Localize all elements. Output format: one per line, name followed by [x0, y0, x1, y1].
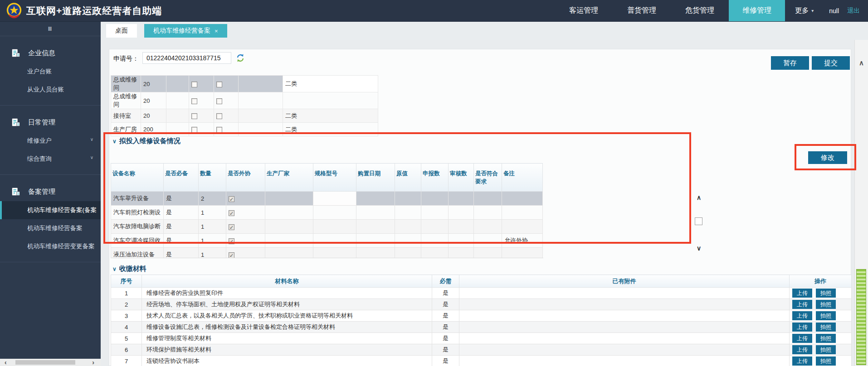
checkbox[interactable]: [216, 98, 222, 104]
premises-table: 总成维修间 20 二类 总成维修间 20 接待室 20 二类 生产厂房 200 …: [111, 75, 378, 136]
refresh-icon[interactable]: [236, 53, 245, 63]
application-number-label: 申请号：: [113, 55, 139, 63]
photo-button[interactable]: 拍照: [816, 300, 836, 309]
tab-vehicle-repair-filing[interactable]: 机动车维修经营备案 ×: [144, 24, 227, 38]
table-row[interactable]: 2 经营场地、停车场面积、土地使用权及产权证明等相关材料 是 上传拍照: [111, 299, 852, 310]
table-row[interactable]: 7 连锁经营协议书副本 是 上传拍照: [111, 356, 852, 366]
nav-general-cargo[interactable]: 普货管理: [613, 0, 671, 21]
chevron-down-icon: ▾: [811, 8, 814, 13]
upload-button[interactable]: 上传: [792, 300, 812, 309]
table-row[interactable]: 汽车空调冷媒回收 是 1 ✓ 允许外协: [111, 234, 543, 248]
checkbox[interactable]: [191, 113, 197, 119]
scroll-right-arrow-icon[interactable]: ›: [92, 359, 94, 366]
nav-maintenance[interactable]: 维修管理: [729, 0, 785, 21]
checkbox-checked[interactable]: ✓: [229, 224, 234, 230]
scroll-up-arrow-icon[interactable]: ∧: [693, 194, 705, 201]
sidebar-item-filing-management[interactable]: 备案管理: [0, 182, 101, 201]
scroll-down-arrow-icon[interactable]: ∨: [693, 245, 705, 252]
upload-button[interactable]: 上传: [792, 334, 812, 343]
checkbox-checked[interactable]: ✓: [229, 252, 234, 258]
attachments-cell: [459, 299, 790, 310]
scroll-left-arrow-icon[interactable]: ‹: [5, 359, 7, 366]
photo-button[interactable]: 拍照: [816, 323, 836, 332]
page-vertical-scrollbar[interactable]: ∧: [854, 40, 868, 366]
table-row[interactable]: 6 环境保护措施等相关材料 是 上传拍照: [111, 344, 852, 356]
photo-button[interactable]: 拍照: [816, 345, 836, 354]
photo-button[interactable]: 拍照: [816, 311, 836, 320]
app-logo-icon: [6, 2, 22, 19]
logout-link[interactable]: 退出: [844, 7, 868, 15]
close-icon[interactable]: ×: [215, 28, 218, 34]
attachments-cell: [459, 288, 790, 299]
table-row[interactable]: 汽车故障电脑诊断 是 1 ✓: [111, 220, 543, 234]
scroll-thumb[interactable]: [695, 217, 702, 225]
table-row[interactable]: 5 维修管理制度等相关材料 是 上传拍照: [111, 333, 852, 344]
table-row[interactable]: 生产厂房 200 二类: [111, 123, 378, 136]
submit-button[interactable]: 提交: [812, 56, 850, 70]
attachments-cell: [459, 344, 790, 356]
table-row[interactable]: 3 技术人员汇总表，以及各相关人员的学历、技术职称或职业资格证明等相关材料 是 …: [111, 310, 852, 322]
sidebar-item-vehicle-repair-change-filing[interactable]: 机动车维修经营变更备案: [0, 237, 101, 255]
upload-button[interactable]: 上传: [792, 323, 812, 332]
sidebar-item-enterprise-info[interactable]: 企业信息: [0, 43, 101, 63]
sidebar-group-label: 企业信息: [28, 49, 55, 58]
upload-button[interactable]: 上传: [792, 356, 812, 366]
modify-button[interactable]: 修改: [808, 151, 847, 164]
nav-dangerous-cargo[interactable]: 危货管理: [671, 0, 729, 21]
sidebar-item-staff-ledger[interactable]: 从业人员台账: [0, 81, 101, 99]
equipment-section-title: ∨拟投入维修设备情况: [112, 137, 180, 145]
attachments-cell: [459, 322, 790, 333]
sidebar-horizontal-scrollbar[interactable]: ‹ ›: [0, 359, 101, 366]
username-text: null: [824, 7, 844, 14]
save-draft-button[interactable]: 暂存: [771, 56, 809, 70]
photo-button[interactable]: 拍照: [816, 356, 836, 366]
checkbox-checked[interactable]: ✓: [229, 196, 234, 202]
photo-button[interactable]: 拍照: [816, 289, 836, 298]
application-number-input[interactable]: [142, 52, 231, 64]
horizontal-scroll-thumb[interactable]: [15, 360, 75, 365]
table-row[interactable]: 1 维修经营者的营业执照复印件 是 上传拍照: [111, 288, 852, 299]
sidebar: Ⅲ 企业信息 业户台账 从业人员台账: [0, 22, 101, 359]
table-row[interactable]: 接待室 20 二类: [111, 109, 378, 123]
table-row[interactable]: 汽车举升设备 是 2 ✓: [111, 192, 543, 206]
sidebar-item-repair-operators[interactable]: 维修业户 ∨: [0, 132, 101, 150]
sidebar-group-label: 日常管理: [28, 118, 55, 127]
checkbox-checked[interactable]: ✓: [229, 238, 234, 244]
upload-button[interactable]: 上传: [792, 289, 812, 298]
checkbox-checked[interactable]: ✓: [229, 210, 234, 216]
checkbox[interactable]: [191, 98, 197, 104]
scroll-up-arrow-icon[interactable]: ∧: [855, 59, 868, 67]
sidebar-group-filing: 备案管理 机动车维修经营备案(备案 机动车维修经营备案 机动车维修经营变更备案: [0, 175, 101, 262]
checkbox[interactable]: [216, 82, 222, 87]
table-row[interactable]: 汽车前照灯检测设 是 1 ✓: [111, 206, 543, 220]
table-row[interactable]: 总成维修间 20 二类: [111, 76, 378, 92]
tab-bar: 桌面 机动车维修经营备案 ×: [101, 22, 868, 40]
sidebar-item-综合-query[interactable]: 综合查询 ∨: [0, 150, 101, 168]
sidebar-item-daily-management[interactable]: 日常管理: [0, 113, 101, 132]
checkbox[interactable]: [191, 127, 197, 133]
page-title: 互联网+道路运政经营者自助端: [26, 5, 162, 17]
sidebar-group-enterprise: 企业信息 业户台账 从业人员台账: [0, 36, 101, 106]
nav-passenger[interactable]: 客运管理: [555, 0, 613, 21]
sidebar-item-vehicle-repair-filing[interactable]: 机动车维修经营备案: [0, 219, 101, 237]
materials-header-row: 序号 材料名称 必需 已有附件 操作: [111, 275, 852, 288]
table-row[interactable]: 4 维修设备设施汇总表，维修检测设备及计量设备检定合格证明等相关材料 是 上传拍…: [111, 322, 852, 333]
upload-button[interactable]: 上传: [792, 311, 812, 320]
sidebar-group-daily: 日常管理 维修业户 ∨ 综合查询 ∨: [0, 106, 101, 175]
table-row[interactable]: 总成维修间 20: [111, 92, 378, 109]
checkbox[interactable]: [191, 82, 197, 87]
equipment-grid-scrollbar[interactable]: ∧ ∨: [693, 194, 705, 252]
upload-button[interactable]: 上传: [792, 345, 812, 354]
table-row[interactable]: 液压油加注设备 是 1 ✓: [111, 248, 543, 259]
photo-button[interactable]: 拍照: [816, 334, 836, 343]
checkbox[interactable]: [216, 113, 222, 119]
top-nav: 客运管理 普货管理 危货管理 维修管理 更多 ▾ null 退出: [555, 0, 868, 21]
nav-more[interactable]: 更多 ▾: [785, 6, 824, 15]
sidebar-item-owner-ledger[interactable]: 业户台账: [0, 63, 101, 81]
materials-table: 序号 材料名称 必需 已有附件 操作 1 维修经营者的营业执照复印件 是 上传拍…: [111, 274, 852, 366]
checkbox[interactable]: [216, 127, 222, 133]
sidebar-item-vehicle-repair-filing-record[interactable]: 机动车维修经营备案(备案: [0, 201, 101, 219]
sidebar-collapse-button[interactable]: Ⅲ: [0, 22, 101, 36]
tab-desktop[interactable]: 桌面: [106, 24, 137, 38]
vertical-scroll-thumb[interactable]: [856, 269, 866, 365]
